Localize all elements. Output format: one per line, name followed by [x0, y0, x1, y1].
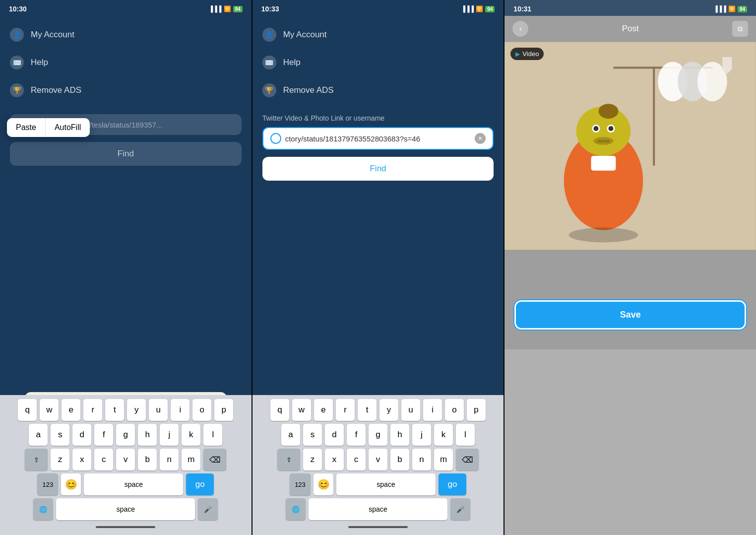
key2-j[interactable]: j	[412, 424, 431, 446]
key2-v[interactable]: v	[369, 449, 387, 470]
key-f[interactable]: f	[94, 424, 113, 446]
search-section-2: Twitter Video & Photo Link or username c…	[252, 109, 504, 157]
key2-shift[interactable]: ⇧	[277, 449, 300, 470]
menu-item-help-2[interactable]: ✉️ Help	[252, 49, 504, 76]
key2-h[interactable]: h	[390, 424, 409, 446]
menu-label-ads-2: Remove ADS	[283, 85, 334, 95]
key2-z[interactable]: z	[303, 449, 322, 470]
key-shift[interactable]: ⇧	[25, 449, 48, 470]
paste-button[interactable]: Paste	[7, 118, 46, 137]
key-mic[interactable]: 🎤	[198, 498, 218, 520]
key-n[interactable]: n	[160, 449, 179, 470]
key-l[interactable]: l	[203, 424, 222, 446]
key2-o[interactable]: o	[445, 399, 464, 421]
key-d[interactable]: d	[72, 424, 91, 446]
share-button[interactable]: ⧉	[732, 21, 748, 37]
key2-space[interactable]: space	[336, 473, 436, 495]
key-o[interactable]: o	[192, 399, 211, 421]
key-h[interactable]: h	[138, 424, 157, 446]
ads-icon-1: 🏆	[10, 83, 24, 97]
key-u[interactable]: u	[149, 399, 168, 421]
back-button[interactable]: ‹	[512, 21, 528, 37]
autofill-button[interactable]: AutoFill	[46, 118, 90, 137]
menu-item-account-2[interactable]: 👤 My Account	[252, 21, 504, 49]
help-icon-1: ✉️	[10, 56, 24, 69]
key2-space-2[interactable]: space	[309, 498, 447, 520]
key-r[interactable]: r	[83, 399, 102, 421]
key-e[interactable]: e	[62, 399, 80, 421]
save-button[interactable]: Save	[514, 300, 746, 330]
key-x[interactable]: x	[72, 449, 91, 470]
key-t[interactable]: t	[105, 399, 124, 421]
key2-m[interactable]: m	[434, 449, 453, 470]
key2-b[interactable]: b	[390, 449, 409, 470]
key2-i[interactable]: i	[423, 399, 442, 421]
key2-q[interactable]: q	[270, 399, 289, 421]
keyboard-row-1: q w e r t y u i o p	[2, 399, 250, 421]
key2-t[interactable]: t	[358, 399, 377, 421]
find-button-2[interactable]: Find	[262, 157, 494, 181]
keyboard-row-2-5: 🌐 space 🎤	[254, 498, 502, 520]
key-y[interactable]: y	[127, 399, 146, 421]
key-i[interactable]: i	[171, 399, 189, 421]
wifi-icon-1: 🛜	[224, 5, 231, 12]
key2-d[interactable]: d	[325, 424, 344, 446]
key-123[interactable]: 123	[37, 473, 58, 495]
key2-s[interactable]: s	[303, 424, 322, 446]
key-m[interactable]: m	[182, 449, 200, 470]
key-go[interactable]: go	[186, 473, 214, 495]
key-a[interactable]: a	[29, 424, 48, 446]
key2-123[interactable]: 123	[290, 473, 311, 495]
menu-item-account-1[interactable]: 👤 My Account	[0, 21, 252, 49]
key2-y[interactable]: y	[379, 399, 398, 421]
key2-g[interactable]: g	[369, 424, 387, 446]
key2-x[interactable]: x	[325, 449, 344, 470]
menu-label-ads-1: Remove ADS	[31, 85, 81, 95]
key-v[interactable]: v	[116, 449, 135, 470]
keyboard-row-4: 123 😊 space go	[2, 473, 250, 495]
key-space[interactable]: space	[84, 473, 183, 495]
key2-c[interactable]: c	[347, 449, 366, 470]
key2-k[interactable]: k	[434, 424, 453, 446]
menu-item-ads-2[interactable]: 🏆 Remove ADS	[252, 76, 504, 104]
key2-globe[interactable]: 🌐	[286, 498, 306, 520]
key-q[interactable]: q	[18, 399, 37, 421]
key-w[interactable]: w	[40, 399, 59, 421]
key-emoji[interactable]: 😊	[61, 473, 81, 495]
key-g[interactable]: g	[116, 424, 135, 446]
menu-label-help-1: Help	[31, 58, 48, 67]
key-s[interactable]: s	[51, 424, 69, 446]
key2-emoji[interactable]: 😊	[314, 473, 333, 495]
share-icon: ⧉	[738, 25, 743, 33]
key-b[interactable]: b	[138, 449, 157, 470]
key2-f[interactable]: f	[347, 424, 366, 446]
key2-n[interactable]: n	[412, 449, 431, 470]
phone-panel-3: 10:31 ▐▐▐ 🛜 94 ‹ Post ⧉	[504, 0, 756, 535]
key-delete[interactable]: ⌫	[203, 449, 226, 470]
clear-button-2[interactable]: ✕	[475, 133, 486, 144]
video-badge: ▶ Video	[510, 48, 544, 60]
key2-delete[interactable]: ⌫	[456, 449, 479, 470]
keyboard-2: q w e r t y u i o p a s d f g h j k l ⇧ …	[252, 395, 504, 535]
key2-p[interactable]: p	[467, 399, 486, 421]
menu-item-ads-1[interactable]: 🏆 Remove ADS	[0, 76, 252, 104]
key2-w[interactable]: w	[292, 399, 311, 421]
search-input-container-2[interactable]: ctory/status/181379763552803683?s=46 ✕	[262, 127, 494, 150]
key-j[interactable]: j	[160, 424, 179, 446]
find-button-1[interactable]: Find	[10, 142, 242, 166]
key2-l[interactable]: l	[456, 424, 475, 446]
key-c[interactable]: c	[94, 449, 113, 470]
key-z[interactable]: z	[51, 449, 69, 470]
key-k[interactable]: k	[182, 424, 200, 446]
key2-u[interactable]: u	[401, 399, 420, 421]
key-globe[interactable]: 🌐	[33, 498, 53, 520]
key2-go[interactable]: go	[439, 473, 466, 495]
key-space-2[interactable]: space	[56, 498, 195, 520]
key2-a[interactable]: a	[281, 424, 300, 446]
key2-mic[interactable]: 🎤	[450, 498, 470, 520]
key-p[interactable]: p	[214, 399, 233, 421]
key2-r[interactable]: r	[336, 399, 355, 421]
menu-item-help-1[interactable]: ✉️ Help	[0, 49, 252, 76]
post-title: Post	[528, 24, 732, 34]
key2-e[interactable]: e	[314, 399, 333, 421]
